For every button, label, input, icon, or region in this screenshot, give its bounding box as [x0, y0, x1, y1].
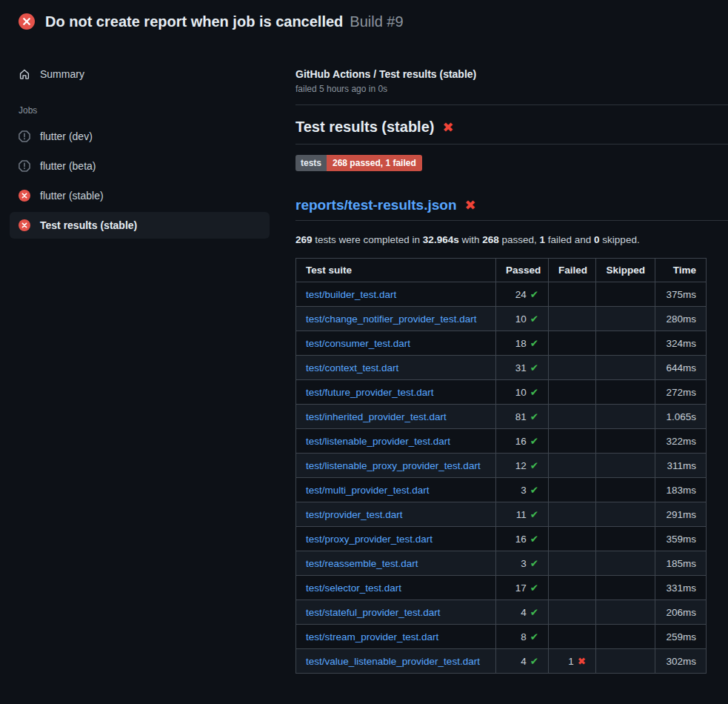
time-cell: 311ms — [655, 454, 707, 478]
test-suite-link[interactable]: test/value_listenable_provider_test.dart — [306, 656, 480, 667]
main-content: GitHub Actions / Test results (stable) f… — [278, 41, 728, 674]
passed-count: 12 — [515, 460, 527, 471]
table-row: test/proxy_provider_test.dart16✔359ms — [296, 527, 707, 551]
passed-cell: 3✔ — [496, 551, 549, 576]
check-icon: ✔ — [530, 387, 538, 398]
table-header-row: Test suite Passed Failed Skipped Time — [296, 259, 707, 282]
test-suite-link[interactable]: test/consumer_test.dart — [306, 338, 410, 349]
test-suite-link[interactable]: test/selector_test.dart — [306, 582, 401, 594]
suite-cell: test/selector_test.dart — [296, 576, 496, 600]
test-suite-link[interactable]: test/listenable_provider_test.dart — [306, 436, 450, 447]
breadcrumb: GitHub Actions / Test results (stable) — [295, 68, 728, 80]
table-row: test/listenable_provider_test.dart16✔322… — [296, 429, 707, 454]
test-suite-link[interactable]: test/stateful_provider_test.dart — [306, 607, 441, 618]
failed-cell — [549, 502, 596, 527]
table-row: test/provider_test.dart11✔291ms — [296, 502, 707, 527]
passed-count: 18 — [515, 338, 527, 349]
passed-count: 10 — [515, 313, 527, 325]
skipped-cell — [596, 576, 655, 600]
passed-cell: 24✔ — [496, 282, 549, 307]
suite-cell: test/listenable_provider_test.dart — [296, 429, 496, 454]
failed-cell — [549, 551, 596, 576]
check-icon: ✔ — [530, 436, 538, 447]
test-suite-link[interactable]: test/multi_provider_test.dart — [306, 485, 430, 496]
column-header-test-suite: Test suite — [296, 259, 496, 282]
failed-icon — [19, 190, 30, 202]
test-suite-link[interactable]: test/future_provider_test.dart — [306, 387, 434, 398]
sidebar-item-flutter-stable[interactable]: flutter (stable) — [10, 182, 270, 209]
passed-count: 8 — [521, 631, 527, 642]
test-results-table: Test suite Passed Failed Skipped Time te… — [295, 258, 707, 674]
skipped-cell — [596, 380, 655, 405]
check-icon: ✔ — [530, 607, 538, 618]
time-cell: 185ms — [655, 551, 707, 576]
suite-cell: test/inherited_provider_test.dart — [296, 405, 496, 429]
suite-cell: test/listenable_proxy_provider_test.dart — [296, 454, 496, 478]
table-row: test/stateful_provider_test.dart4✔206ms — [296, 600, 707, 625]
time-cell: 206ms — [655, 600, 707, 625]
failed-cell — [549, 429, 596, 454]
failed-cross-icon: ✖ — [465, 199, 476, 212]
sidebar-item-summary[interactable]: Summary — [10, 61, 270, 87]
summary-line: 269 tests were completed in 32.964s with… — [295, 234, 728, 245]
failed-cell — [549, 356, 596, 380]
passed-cell: 8✔ — [496, 625, 549, 649]
check-icon: ✔ — [530, 411, 538, 422]
suite-cell: test/consumer_test.dart — [296, 331, 496, 356]
summary-skipped: 0 — [594, 234, 600, 245]
passed-count: 31 — [515, 362, 527, 373]
test-suite-link[interactable]: test/provider_test.dart — [306, 509, 403, 520]
check-icon: ✔ — [530, 631, 538, 642]
check-icon: ✔ — [530, 460, 538, 471]
skipped-cell — [596, 625, 655, 649]
sidebar-job-label: flutter (beta) — [40, 160, 96, 172]
sidebar-item-flutter-dev[interactable]: flutter (dev) — [10, 123, 270, 150]
table-row: test/context_test.dart31✔644ms — [296, 356, 707, 380]
summary-duration: 32.964s — [423, 234, 459, 245]
passed-cell: 4✔ — [496, 649, 549, 674]
skipped-cell — [596, 307, 655, 331]
suite-cell: test/context_test.dart — [296, 356, 496, 380]
passed-count: 24 — [515, 289, 527, 300]
sidebar-item-test-results-stable[interactable]: Test results (stable) — [10, 212, 270, 239]
suite-cell: test/multi_provider_test.dart — [296, 478, 496, 502]
summary-text: passed, — [499, 234, 540, 245]
test-suite-link[interactable]: test/context_test.dart — [306, 362, 398, 373]
sidebar-job-label: flutter (stable) — [40, 190, 104, 202]
failed-cell — [549, 625, 596, 649]
build-title: Do not create report when job is cancell… — [45, 13, 343, 30]
home-icon — [19, 68, 30, 80]
passed-cell: 31✔ — [496, 356, 549, 380]
test-suite-link[interactable]: test/listenable_proxy_provider_test.dart — [306, 460, 481, 471]
badge-value: 268 passed, 1 failed — [327, 155, 422, 171]
report-title: reports/test-results.json ✖ — [295, 197, 728, 221]
passed-cell: 12✔ — [496, 454, 549, 478]
passed-count: 11 — [516, 509, 527, 520]
report-file-link[interactable]: reports/test-results.json — [295, 197, 457, 213]
test-suite-link[interactable]: test/builder_test.dart — [306, 289, 396, 300]
test-table-body: test/builder_test.dart24✔375mstest/chang… — [296, 282, 707, 674]
failed-cell — [549, 454, 596, 478]
passed-cell: 16✔ — [496, 527, 549, 551]
test-suite-link[interactable]: test/change_notifier_provider_test.dart — [306, 313, 476, 325]
passed-count: 10 — [515, 387, 527, 398]
test-suite-link[interactable]: test/reassemble_test.dart — [306, 558, 418, 569]
time-cell: 324ms — [655, 331, 707, 356]
check-icon: ✔ — [530, 558, 538, 569]
time-cell: 302ms — [655, 649, 707, 674]
check-icon: ✔ — [530, 338, 538, 349]
passed-count: 81 — [515, 411, 527, 422]
failed-cell — [549, 527, 596, 551]
sidebar-item-flutter-beta[interactable]: flutter (beta) — [10, 153, 270, 179]
skipped-cell — [596, 405, 655, 429]
passed-cell: 4✔ — [496, 600, 549, 625]
section-title-text: Test results (stable) — [295, 119, 434, 136]
suite-cell: test/future_provider_test.dart — [296, 380, 496, 405]
test-suite-link[interactable]: test/inherited_provider_test.dart — [306, 411, 447, 422]
summary-text: tests were completed in — [313, 234, 423, 245]
passed-count: 16 — [515, 436, 527, 447]
failed-cross-icon: ✖ — [442, 121, 453, 134]
column-header-passed: Passed — [496, 259, 549, 282]
test-suite-link[interactable]: test/proxy_provider_test.dart — [306, 534, 433, 545]
test-suite-link[interactable]: test/stream_provider_test.dart — [306, 631, 438, 642]
